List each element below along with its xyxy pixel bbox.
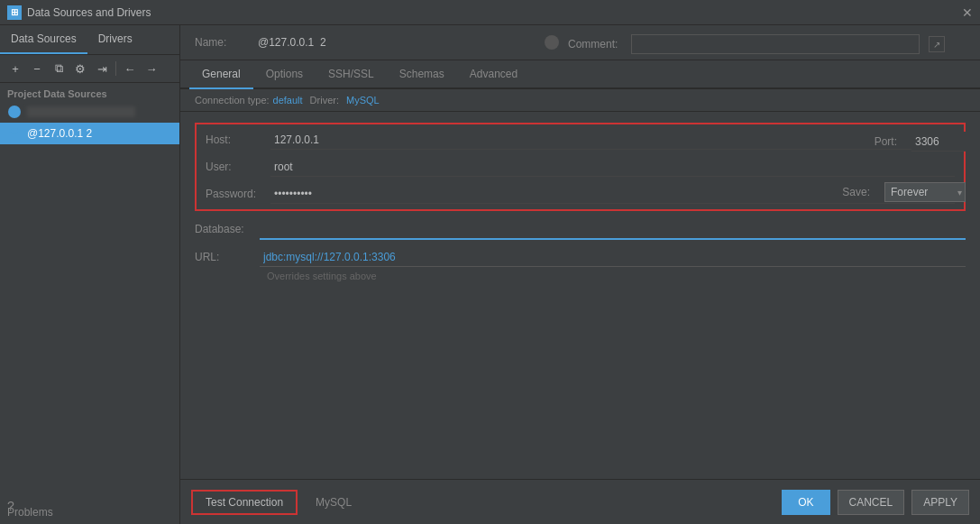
credentials-wrapper: Host: User: Password: P: [195, 123, 966, 211]
preview-block: [27, 106, 135, 117]
url-note: Overrides settings above: [267, 271, 966, 281]
comment-label: Comment:: [568, 38, 622, 51]
tab-general[interactable]: General: [189, 60, 253, 89]
save-label: Save:: [842, 186, 870, 198]
sidebar: Data Sources Drivers + − ⧉ ⚙ ⇥ ← → Proje…: [0, 25, 180, 524]
url-label: URL:: [195, 251, 260, 263]
connection-info-bar: Connection type: default Driver: MySQL: [180, 89, 980, 112]
copy-datasource-button[interactable]: ⧉: [49, 59, 69, 78]
url-input[interactable]: [260, 247, 966, 267]
remove-datasource-button[interactable]: −: [27, 59, 47, 78]
forward-button[interactable]: →: [142, 59, 161, 78]
mysql-link[interactable]: MySQL: [307, 492, 361, 512]
save-wrapper: Forever Until restart Never: [884, 182, 966, 202]
main-container: Data Sources Drivers + − ⧉ ⚙ ⇥ ← → Proje…: [0, 25, 980, 524]
host-input[interactable]: [270, 130, 955, 150]
bottom-left: Test Connection MySQL: [191, 490, 361, 515]
help-button[interactable]: ?: [7, 499, 14, 513]
datasource-item-127001[interactable]: @127.0.0.1 2: [0, 123, 179, 144]
connection-type-link[interactable]: default: [273, 95, 303, 106]
user-row: User:: [206, 157, 955, 177]
comment-input[interactable]: [631, 34, 920, 54]
name-input[interactable]: [258, 36, 528, 49]
test-connection-button[interactable]: Test Connection: [191, 490, 298, 515]
content-tabs: General Options SSH/SSL Schemas Advanced: [180, 60, 980, 89]
datasource-icon: [7, 126, 22, 141]
problems-section[interactable]: Problems: [0, 501, 179, 524]
title-bar: ⊞ Data Sources and Drivers ✕: [0, 0, 980, 25]
database-input[interactable]: [260, 218, 966, 240]
driver-link[interactable]: MySQL: [346, 95, 380, 106]
expand-comment-button[interactable]: ↗: [929, 36, 945, 52]
datasource-item-label: @127.0.0.1 2: [27, 127, 92, 140]
port-section: Port:: [856, 132, 966, 152]
config-button[interactable]: ⚙: [70, 59, 90, 78]
tab-schemas[interactable]: Schemas: [387, 60, 457, 89]
db-preview-icon: [7, 105, 22, 119]
sidebar-tab-drivers[interactable]: Drivers: [87, 25, 143, 54]
back-button[interactable]: ←: [120, 59, 140, 78]
bottom-bar: Test Connection MySQL OK CANCEL APPLY: [180, 479, 980, 524]
user-input[interactable]: [270, 157, 955, 177]
database-label: Database:: [195, 223, 260, 235]
password-label: Password:: [206, 188, 270, 200]
name-row: Name:: [195, 35, 559, 50]
toolbar-separator: [115, 61, 116, 76]
form-header: Name: Comment: ↗: [180, 25, 980, 60]
port-label: Port:: [875, 135, 897, 148]
import-button[interactable]: ⇥: [92, 59, 112, 78]
driver-prefix: Driver:: [310, 95, 339, 106]
user-label: User:: [206, 161, 270, 173]
sidebar-tab-datasources[interactable]: Data Sources: [0, 25, 87, 54]
tab-sshssl[interactable]: SSH/SSL: [316, 60, 387, 89]
bottom-right: OK CANCEL APPLY: [782, 490, 969, 515]
url-row: URL:: [195, 247, 966, 267]
add-datasource-button[interactable]: +: [5, 59, 25, 78]
database-row: Database:: [195, 218, 966, 240]
host-label: Host:: [206, 133, 270, 146]
tab-advanced[interactable]: Advanced: [457, 60, 530, 89]
close-button[interactable]: ✕: [962, 5, 973, 20]
url-inner: URL:: [195, 247, 966, 267]
comment-row: Comment: ↗: [568, 34, 945, 54]
port-input[interactable]: [911, 132, 966, 152]
form-body: Host: User: Password: P: [180, 112, 980, 479]
apply-button[interactable]: APPLY: [911, 490, 969, 515]
content-area: Name: Comment: ↗ General Options SSH/SSL…: [180, 25, 980, 524]
title-bar-text: Data Sources and Drivers: [27, 6, 151, 19]
connection-type-prefix: Connection type:: [195, 95, 270, 106]
host-row: Host:: [206, 130, 955, 150]
project-data-sources-label: Project Data Sources: [0, 83, 179, 101]
sync-icon: [545, 35, 559, 50]
ok-button[interactable]: OK: [782, 490, 829, 515]
save-select[interactable]: Forever Until restart Never: [884, 182, 966, 202]
save-section: Save: Forever Until restart Never: [842, 182, 966, 202]
sidebar-preview-item: [0, 101, 179, 123]
sidebar-tabs: Data Sources Drivers: [0, 25, 179, 55]
app-icon: ⊞: [7, 5, 22, 20]
sidebar-toolbar: + − ⧉ ⚙ ⇥ ← →: [0, 55, 179, 83]
svg-point-0: [9, 129, 20, 133]
name-label: Name:: [195, 36, 249, 49]
tab-options[interactable]: Options: [253, 60, 316, 89]
cancel-button[interactable]: CANCEL: [838, 490, 905, 515]
